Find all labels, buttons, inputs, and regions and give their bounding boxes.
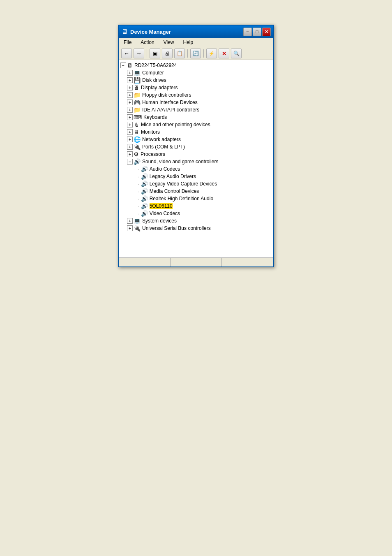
refresh-button[interactable]: 🔄: [190, 49, 201, 58]
tree-node-ports[interactable]: + 🔌 Ports (COM & LPT): [119, 143, 273, 151]
title-bar-controls: − □ ✕: [243, 28, 271, 36]
5ol06110-icon: 🔊: [141, 203, 148, 209]
tree-node-root[interactable]: − 🖥 RD224T5-0A62924: [119, 62, 273, 69]
menu-file[interactable]: File: [121, 39, 134, 46]
properties-button[interactable]: ▣: [150, 49, 160, 58]
expand-keyboards[interactable]: +: [127, 114, 133, 120]
title-bar-left: 🖥 Device Manager: [121, 28, 171, 35]
print-button[interactable]: 🖨: [162, 49, 173, 58]
minimize-button[interactable]: −: [243, 28, 252, 36]
ide-label: IDE ATA/ATAPI controllers: [142, 107, 199, 113]
expand-ide[interactable]: +: [127, 107, 133, 113]
legacy-audio-icon: 🔊: [141, 173, 148, 180]
expand-computer[interactable]: +: [127, 70, 133, 76]
expand-system-devices[interactable]: +: [127, 218, 133, 224]
realtek-label: Realtek High Definition Audio: [150, 196, 213, 202]
title-bar: 🖥 Device Manager − □ ✕: [119, 25, 273, 38]
close-button[interactable]: ✕: [262, 28, 271, 36]
expand-usb[interactable]: +: [127, 225, 133, 231]
expand-network-adapters[interactable]: +: [127, 137, 133, 142]
status-pane-1: [119, 258, 171, 266]
leaf-connector-legacy-video: ·: [138, 181, 139, 187]
menu-help[interactable]: Help: [181, 39, 196, 46]
video-codecs-icon: 🔊: [141, 210, 148, 217]
system-devices-icon: 💻: [134, 218, 141, 224]
tree-node-mice[interactable]: + 🖱 Mice and other pointing devices: [119, 121, 273, 128]
scan-button[interactable]: 🔍: [231, 49, 242, 58]
tree-node-keyboards[interactable]: + ⌨ Keyboards: [119, 114, 273, 121]
usb-label: Universal Serial Bus controllers: [142, 225, 211, 231]
menu-view[interactable]: View: [161, 39, 177, 46]
menu-action[interactable]: Action: [138, 39, 157, 46]
processors-icon: ⚙: [134, 151, 139, 158]
toolbar-separator-1: [147, 49, 147, 58]
status-pane-2: [171, 258, 222, 266]
leaf-connector-5ol06110: ·: [138, 203, 139, 209]
hid-icon: 🎮: [134, 99, 141, 106]
tree-node-hid[interactable]: + 🎮 Human Interface Devices: [119, 99, 273, 106]
copy-button[interactable]: 📋: [174, 49, 185, 58]
disk-drives-icon: 💾: [134, 77, 141, 83]
update-driver-button[interactable]: ⚡: [206, 49, 217, 58]
expand-ports[interactable]: +: [127, 144, 133, 150]
expand-mice[interactable]: +: [127, 122, 133, 127]
toolbar: ← → ▣ 🖨 📋 🔄 ⚡ ✕ 🔍: [119, 47, 273, 60]
window-title: Device Manager: [130, 29, 171, 35]
expand-floppy[interactable]: +: [127, 92, 133, 98]
expand-hid[interactable]: +: [127, 100, 133, 105]
usb-icon: 🔌: [134, 225, 141, 232]
disable-button[interactable]: ✕: [219, 49, 229, 58]
tree-node-audio-codecs[interactable]: · 🔊 Audio Codecs: [119, 165, 273, 173]
menu-bar: File Action View Help: [119, 38, 273, 47]
forward-button[interactable]: →: [134, 49, 144, 58]
restore-button[interactable]: □: [253, 28, 261, 36]
display-adapters-label: Display adapters: [141, 85, 178, 90]
network-adapters-icon: 🌐: [134, 136, 141, 143]
expand-monitors[interactable]: +: [127, 129, 133, 135]
tree-node-legacy-video[interactable]: · 🔊 Legacy Video Capture Devices: [119, 180, 273, 188]
legacy-audio-label: Legacy Audio Drivers: [150, 174, 196, 179]
keyboards-icon: ⌨: [134, 114, 142, 120]
status-pane-3: [222, 258, 273, 266]
expand-display-adapters[interactable]: +: [127, 85, 133, 90]
tree-node-5ol06110[interactable]: · 🔊 5OL06110: [119, 202, 273, 210]
expand-disk-drives[interactable]: +: [127, 77, 133, 83]
tree-node-monitors[interactable]: + 🖥 Monitors: [119, 128, 273, 136]
keyboards-label: Keyboards: [143, 114, 167, 120]
toolbar-separator-2: [187, 49, 188, 58]
root-icon: 🖥: [127, 62, 133, 69]
tree-node-usb[interactable]: + 🔌 Universal Serial Bus controllers: [119, 225, 273, 232]
tree-node-floppy[interactable]: + 📁 Floppy disk controllers: [119, 91, 273, 99]
network-adapters-label: Network adapters: [142, 137, 181, 142]
root-label: RD224T5-0A62924: [134, 63, 177, 68]
leaf-connector-video-codecs: ·: [138, 211, 139, 217]
expand-processors[interactable]: +: [127, 151, 133, 157]
tree-node-legacy-audio[interactable]: · 🔊 Legacy Audio Drivers: [119, 173, 273, 180]
tree-node-disk-drives[interactable]: + 💾 Disk drives: [119, 76, 273, 84]
processors-label: Processors: [141, 151, 165, 157]
expand-root[interactable]: −: [120, 63, 126, 68]
status-bar: [119, 257, 273, 266]
tree-node-ide[interactable]: + 📁 IDE ATA/ATAPI controllers: [119, 106, 273, 114]
tree-node-media-control[interactable]: · 🔊 Media Control Devices: [119, 188, 273, 195]
window-icon: 🖥: [121, 28, 128, 35]
tree-node-computer[interactable]: + 💻 Computer: [119, 69, 273, 76]
tree-area[interactable]: − 🖥 RD224T5-0A62924 + 💻 Computer + 💾 Dis…: [119, 60, 273, 257]
ide-icon: 📁: [134, 107, 141, 113]
video-codecs-label: Video Codecs: [150, 211, 180, 216]
audio-codecs-label: Audio Codecs: [150, 166, 180, 172]
system-devices-label: System devices: [142, 218, 177, 224]
back-button[interactable]: ←: [121, 49, 132, 58]
tree-node-network-adapters[interactable]: + 🌐 Network adapters: [119, 136, 273, 143]
media-control-icon: 🔊: [141, 188, 148, 195]
tree-node-sound[interactable]: − 🔊 Sound, video and game controllers: [119, 158, 273, 165]
sound-icon: 🔊: [134, 158, 141, 165]
5ol06110-label: 5OL06110: [150, 203, 173, 209]
tree-node-display-adapters[interactable]: + 🖥 Display adapters: [119, 84, 273, 91]
tree-node-system-devices[interactable]: + 💻 System devices: [119, 217, 273, 225]
tree-node-processors[interactable]: + ⚙ Processors: [119, 151, 273, 158]
disk-drives-label: Disk drives: [142, 77, 166, 83]
tree-node-realtek[interactable]: · 🔊 Realtek High Definition Audio: [119, 195, 273, 202]
tree-node-video-codecs[interactable]: · 🔊 Video Codecs: [119, 210, 273, 217]
expand-sound[interactable]: −: [127, 159, 133, 164]
